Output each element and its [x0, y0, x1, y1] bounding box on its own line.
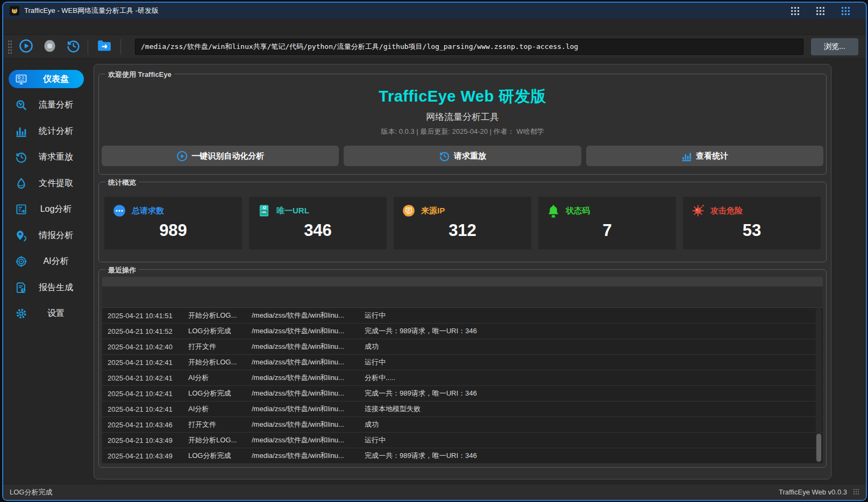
cell-status: 完成一共：989请求，唯一URI：346 [359, 326, 823, 336]
main-content: 欢迎使用 TrafficEye TrafficEye Web 研发版 网络流量分… [89, 59, 866, 484]
app-icon [10, 6, 19, 16]
column-header[interactable] [102, 286, 183, 307]
bell-icon [546, 204, 560, 218]
cell-operation: 开始分析LOG... [183, 311, 246, 320]
recent-group-title: 最近操作 [105, 266, 139, 275]
stat-card-total-requests: 总请求数 989 [104, 197, 242, 249]
window-control-2[interactable] [816, 7, 824, 15]
version-meta: 版本: 0.0.3 | 最后更新: 2025-04-20 | 作者： W啥都学 [99, 127, 826, 137]
traffic-icon [14, 99, 28, 112]
history-icon [439, 150, 450, 162]
resize-grip-icon[interactable] [853, 489, 859, 495]
window-control-1[interactable] [791, 7, 799, 15]
window-control-3[interactable] [842, 7, 850, 15]
cell-operation: 打开文件 [183, 342, 246, 352]
cell-time: 2025-04-21 10:41:52 [102, 327, 183, 335]
table-row[interactable]: 2025-04-21 10:41:51 开始分析LOG... /media/zs… [102, 308, 823, 324]
auto-analyze-button[interactable]: 一键识别自动化分析 [102, 146, 339, 166]
sidebar-item-file-extract[interactable]: 文件提取 [9, 174, 84, 192]
table-row[interactable]: 2025-04-21 10:41:52 LOG分析完成 /media/zss/软… [102, 324, 823, 339]
toolbar-separator [120, 39, 121, 54]
table-row[interactable]: 2025-04-21 10:43:49 LOG分析完成 /media/zss/软… [102, 448, 823, 464]
table-row[interactable]: 2025-04-21 10:42:41 LOG分析完成 /media/zss/软… [102, 386, 823, 401]
cell-status: 运行中 [359, 435, 823, 445]
table-row[interactable]: 2025-04-21 10:43:46 打开文件 /media/zss/软件盘/… [102, 417, 823, 433]
cell-time: 2025-04-21 10:41:51 [102, 312, 183, 320]
table-header-row [102, 286, 823, 308]
sidebar-item-report-generate[interactable]: 报告生成 [9, 278, 84, 297]
welcome-group: 欢迎使用 TrafficEye TrafficEye Web 研发版 网络流量分… [98, 74, 827, 175]
sidebar-item-settings[interactable]: 设置 [9, 305, 84, 323]
table-row[interactable]: 2025-04-21 10:42:40 打开文件 /media/zss/软件盘/… [102, 339, 823, 355]
cell-operation: 打开文件 [183, 420, 246, 429]
sidebar-item-request-replay[interactable]: 请求重放 [9, 148, 84, 167]
cell-status: 连接本地模型失败 [359, 404, 823, 414]
column-header[interactable] [359, 286, 823, 307]
menu-item[interactable] [39, 25, 55, 29]
play-icon [176, 150, 188, 162]
table-row[interactable]: 2025-04-21 10:42:41 开始分析LOG... /media/zs… [102, 355, 823, 370]
column-header[interactable] [246, 286, 359, 307]
pin-icon [14, 229, 28, 242]
cell-file: /media/zss/软件盘/win和linu... [246, 389, 359, 398]
svg-text:IP: IP [407, 209, 410, 212]
cell-status: 成功 [359, 420, 823, 429]
cell-status: 完成一共：989请求，唯一URI：346 [359, 389, 823, 398]
sidebar-item-ai-analysis[interactable]: AI分析 [9, 253, 84, 271]
table-body: 2025-04-21 10:41:51 开始分析LOG... /media/zs… [102, 308, 823, 464]
cell-status: 完成一共：989请求，唯一URI：346 [359, 451, 823, 461]
status-bar: LOG分析完成 TrafficEye Web v0.0.3 [3, 484, 866, 500]
run-control-group [17, 38, 82, 56]
toolbar-drag-handle-icon[interactable] [8, 40, 12, 54]
recent-operations-table: 2025-04-21 10:41:51 开始分析LOG... /media/zs… [102, 286, 823, 464]
table-scrollbar[interactable] [816, 309, 822, 463]
cell-time: 2025-04-21 10:42:41 [102, 405, 183, 413]
cell-file: /media/zss/软件盘/win和linu... [246, 451, 359, 461]
menu-item[interactable] [23, 25, 39, 29]
cell-file: /media/zss/软件盘/win和linu... [246, 357, 359, 367]
history-button[interactable] [64, 38, 82, 56]
cell-file: /media/zss/软件盘/win和linu... [246, 404, 359, 414]
stop-button[interactable] [40, 38, 59, 56]
view-stats-button[interactable]: 查看统计 [586, 146, 823, 166]
cell-operation: 开始分析LOG... [183, 435, 246, 445]
table-row[interactable]: 2025-04-21 10:43:49 开始分析LOG... /media/zs… [102, 433, 823, 448]
svg-text:URL: URL [261, 211, 267, 214]
sidebar-item-log-analysis[interactable]: Log分析 [9, 200, 84, 219]
stat-card-label: 状态码 [566, 206, 590, 216]
cell-operation: AI分析 [183, 404, 246, 414]
stat-card-value: 989 [112, 221, 234, 240]
menu-item[interactable] [6, 25, 23, 29]
browse-button[interactable]: 浏览... [811, 38, 858, 55]
sidebar-item-traffic-analysis[interactable]: 流量分析 [9, 96, 84, 114]
gear-icon [14, 307, 28, 320]
menu-bar [3, 19, 866, 35]
scrollbar-thumb[interactable] [816, 434, 821, 462]
content-panel: 欢迎使用 TrafficEye TrafficEye Web 研发版 网络流量分… [94, 64, 831, 479]
requests-icon [112, 204, 126, 218]
table-row[interactable]: 2025-04-21 10:42:41 AI分析 /media/zss/软件盘/… [102, 370, 823, 386]
cell-status: 运行中 [359, 357, 823, 367]
stat-card-value: 53 [691, 221, 813, 240]
request-replay-button[interactable]: 请求重放 [344, 146, 581, 166]
cell-time: 2025-04-21 10:42:41 [102, 390, 183, 398]
log-icon [14, 203, 28, 216]
play-icon [19, 39, 33, 55]
cell-file: /media/zss/软件盘/win和linu... [246, 373, 359, 383]
url-icon: URL [257, 204, 271, 218]
stat-card-label: 总请求数 [132, 206, 164, 216]
sidebar-item-dashboard[interactable]: 仪表盘 [9, 70, 84, 88]
sidebar-item-statistics[interactable]: 统计分析 [9, 122, 84, 140]
cell-time: 2025-04-21 10:43:46 [102, 421, 183, 429]
dashboard-icon [14, 73, 28, 85]
cell-file: /media/zss/软件盘/win和linu... [246, 342, 359, 352]
open-file-button[interactable] [94, 38, 115, 56]
stats-group: 统计概览 总请求数 989 URL [98, 182, 827, 262]
sidebar-item-intel-analysis[interactable]: 情报分析 [9, 226, 84, 245]
column-header[interactable] [183, 286, 246, 307]
run-button[interactable] [17, 38, 35, 56]
stop-icon [42, 39, 57, 55]
file-path-input[interactable] [135, 39, 803, 55]
cell-time: 2025-04-21 10:42:41 [102, 358, 183, 367]
table-row[interactable]: 2025-04-21 10:42:41 AI分析 /media/zss/软件盘/… [102, 401, 823, 417]
